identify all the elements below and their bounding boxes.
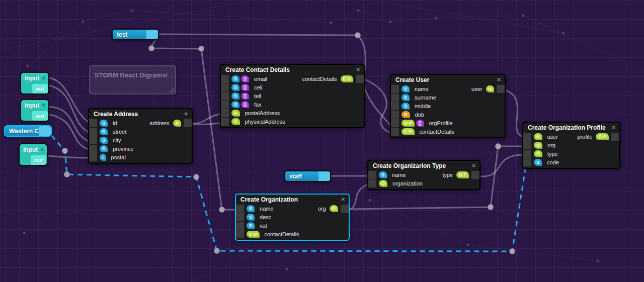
port-out[interactable] <box>184 119 192 127</box>
port-in[interactable] <box>221 75 229 83</box>
port-in[interactable] <box>391 128 399 136</box>
port-in[interactable] <box>368 171 376 179</box>
link-create-user-user-to-create-organization-profile-user[interactable] <box>506 90 522 137</box>
link-point[interactable] <box>488 204 494 210</box>
port-in[interactable] <box>236 222 244 230</box>
link-point[interactable] <box>148 45 154 51</box>
port-in[interactable] <box>89 128 97 136</box>
port-out[interactable]: out <box>32 111 48 121</box>
node-title-text: Input <box>25 102 42 109</box>
link-point[interactable] <box>64 171 70 177</box>
node-create-user[interactable]: Create User✕SnameuserUSsurnameSmiddleDdo… <box>390 74 506 138</box>
close-icon[interactable]: ✕ <box>472 163 476 168</box>
diagram-canvas[interactable]: STORM React Digrams! Create Address✕Sida… <box>0 0 644 282</box>
port-in[interactable] <box>89 153 97 161</box>
port-out[interactable] <box>146 30 158 39</box>
node-input-3[interactable]: Input✕out <box>19 143 48 166</box>
close-icon[interactable]: ✕ <box>42 103 46 108</box>
close-icon[interactable]: ✕ <box>40 147 44 152</box>
port-out[interactable] <box>611 133 619 141</box>
port-in[interactable] <box>368 179 376 187</box>
link-create-address-address-to-create-contact-details-postaladdress[interactable] <box>193 114 220 124</box>
resize-handle-icon[interactable] <box>170 88 174 92</box>
node-create-address[interactable]: Create Address✕SidaddressASstreetScitySp… <box>88 108 193 164</box>
link-create-contact-details-contactdetails-to-create-user-contactdetails[interactable] <box>365 79 390 133</box>
port-in[interactable] <box>391 85 399 93</box>
link-create-organizarion-type-type-to-create-organization-profile-type[interactable] <box>480 155 522 176</box>
node-rows: UuserprofileO POorgOtypeScode <box>523 133 619 168</box>
port-out[interactable] <box>471 171 479 179</box>
close-icon[interactable]: ✕ <box>356 67 360 72</box>
port-label: contactDetails <box>420 129 454 135</box>
type-badge: S <box>247 222 255 229</box>
port-out[interactable] <box>497 85 505 93</box>
close-icon[interactable]: ✕ <box>341 197 345 202</box>
port-in[interactable] <box>221 101 229 109</box>
close-icon[interactable]: ✕ <box>184 112 188 117</box>
port-in[interactable] <box>391 102 399 110</box>
node-title-bar: Create Organization✕ <box>236 195 349 205</box>
port-in[interactable] <box>221 109 229 117</box>
node-create-organization[interactable]: Create Organization✕SnameorgOSdescSvatC … <box>235 194 350 241</box>
link-point[interactable] <box>198 46 204 52</box>
port-in[interactable] <box>236 205 244 213</box>
port-in[interactable] <box>523 158 531 166</box>
close-icon[interactable]: ✕ <box>612 125 616 130</box>
link-point[interactable] <box>509 248 515 254</box>
node-rows: SnameuserUSsurnameSmiddleDdobO P[]orgPro… <box>391 85 505 137</box>
node-western-cap[interactable]: Western Cap <box>4 125 52 137</box>
link-input-2-out-to-create-address-city[interactable] <box>49 107 89 141</box>
port-in[interactable] <box>89 136 97 144</box>
node-staff[interactable]: staff <box>284 170 331 182</box>
port-in[interactable] <box>391 111 399 119</box>
link-point[interactable] <box>219 207 225 213</box>
port-row-email: S[]emailcontactDetailsC D <box>221 75 364 83</box>
node-title-bar: Input✕ <box>21 100 48 111</box>
port-in[interactable] <box>523 150 531 158</box>
port-row-dob: Ddob <box>391 111 505 119</box>
close-icon[interactable]: ✕ <box>42 76 46 81</box>
node-create-organizarion-type[interactable]: Create Organizarion Type✕SnametypeO TOor… <box>367 160 480 190</box>
port-row-code: Scode <box>523 158 619 166</box>
port-out[interactable]: out <box>31 155 46 165</box>
type-badge: O P <box>596 133 609 140</box>
port-in[interactable] <box>221 118 229 126</box>
link-point[interactable] <box>62 148 68 154</box>
port-row-id: SidaddressA <box>89 119 192 127</box>
type-badge: [] <box>241 84 249 91</box>
port-out[interactable] <box>341 205 349 213</box>
link-create-organization-org-to-create-organizarion-type-organization[interactable] <box>350 184 368 210</box>
note-node[interactable]: STORM React Digrams! <box>89 65 176 95</box>
link-point[interactable] <box>355 32 361 38</box>
node-input-2[interactable]: Input✕out <box>20 99 49 122</box>
link-point[interactable] <box>214 248 220 254</box>
port-out[interactable] <box>318 171 330 181</box>
port-row-middle: Smiddle <box>391 102 505 110</box>
port-in[interactable] <box>221 92 229 100</box>
node-create-organization-profile[interactable]: Create Organization Profile✕Uuserprofile… <box>522 122 620 169</box>
link-point[interactable] <box>193 174 199 180</box>
port-row-organization: Oorganization <box>368 179 479 187</box>
port-in[interactable] <box>89 119 97 127</box>
port-in[interactable] <box>221 83 229 91</box>
node-input-1[interactable]: Input✕out <box>20 72 49 95</box>
background-dot <box>286 268 288 270</box>
port-label: desc <box>260 214 271 220</box>
port-out[interactable] <box>356 75 364 83</box>
link-point[interactable] <box>495 143 501 149</box>
node-create-contact-details[interactable]: Create Contact Details✕S[]emailcontactDe… <box>220 64 365 128</box>
port-in[interactable] <box>391 93 399 102</box>
port-in[interactable] <box>236 230 244 238</box>
port-in[interactable] <box>89 145 97 153</box>
node-test[interactable]: test <box>112 29 159 40</box>
port-in[interactable] <box>523 133 531 141</box>
link-input-3-out-to-create-address-postal[interactable] <box>48 156 89 158</box>
port-in[interactable] <box>236 213 244 221</box>
link-input-2-out-to-create-address-province[interactable] <box>49 115 89 149</box>
port-in[interactable] <box>523 141 531 149</box>
port-out[interactable]: out <box>32 84 48 93</box>
close-icon[interactable]: ✕ <box>497 77 501 82</box>
out-port-label: org <box>318 206 326 212</box>
port-in[interactable] <box>391 119 399 127</box>
port-out[interactable] <box>39 126 51 136</box>
